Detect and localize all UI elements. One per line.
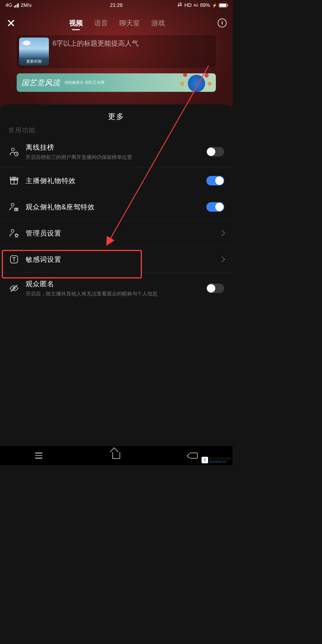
row-title: 主播侧礼物特效 (26, 176, 200, 185)
row-title: 观众侧礼物&座驾特效 (26, 202, 200, 212)
section-label: 常用功能 (0, 126, 233, 136)
close-icon[interactable] (6, 18, 16, 28)
nav-home-button[interactable] (104, 450, 128, 462)
eye-off-icon (8, 283, 20, 294)
toggle-offline-ranking[interactable] (206, 147, 224, 157)
row-title: 管理员设置 (26, 229, 214, 238)
watermark-badge: T (202, 457, 208, 463)
person-clock-icon (8, 146, 20, 157)
more-panel: 更多 常用功能 离线挂榜 开启后榜前三的用户离开直播间仍保留榜单位置 主播侧礼物… (0, 104, 233, 465)
row-title: 观众匿名 (26, 279, 200, 289)
chevron-right-icon (219, 256, 225, 262)
cover-thumbnail[interactable]: 更新封面 (19, 38, 49, 66)
row-title: 离线挂榜 (26, 143, 200, 152)
row-desc: 开启后，除主播外其他人将无法查看观众的昵称与个人信息 (26, 290, 200, 298)
panel-title: 更多 (0, 109, 233, 126)
svg-point-7 (11, 203, 14, 206)
row-admin-settings[interactable]: 管理员设置 (0, 220, 233, 247)
title-card: 更新封面 6字以上的标题更能提高人气 (17, 35, 216, 68)
tab-game[interactable]: 游戏 (151, 17, 165, 30)
hd-label: HD (184, 2, 192, 8)
net-4g-icon: 4G (193, 3, 198, 7)
network-speed: 2M/s (21, 2, 32, 8)
gift-icon (8, 175, 20, 186)
tab-video[interactable]: 视频 (69, 17, 83, 30)
battery-icon (219, 3, 227, 7)
svg-point-1 (12, 148, 14, 151)
title-placeholder[interactable]: 6字以上的标题更能提高人气 (52, 38, 139, 48)
promo-banner[interactable]: 国艺竞风流 传统焕新生 国艺正当潮 (17, 73, 216, 92)
watermark: T 泰尔妖游戏网 www.tairda.com (202, 457, 231, 463)
status-bar: 4G 2M/s 21:26 HD 4G 89% ⚡ (0, 0, 233, 11)
chevron-right-icon (219, 230, 225, 236)
network-label: 4G (5, 2, 12, 8)
banner-art (180, 73, 213, 92)
svg-point-9 (11, 230, 14, 232)
nav-recent-button[interactable] (27, 450, 51, 462)
battery-pct: 89% (200, 2, 210, 8)
charging-icon: ⚡ (212, 3, 217, 8)
status-time: 21:26 (110, 2, 123, 8)
banner-title: 国艺竞风流 (21, 78, 60, 88)
person-gift-icon (8, 201, 20, 213)
svg-point-10 (16, 234, 18, 237)
toggle-host-gift-effects[interactable] (206, 176, 224, 185)
toggle-audience-gift-effects[interactable] (206, 202, 224, 212)
mute-icon (177, 2, 182, 9)
svg-point-5 (10, 177, 11, 178)
person-gear-icon (8, 227, 20, 239)
row-sensitive-words[interactable]: 敏感词设置 (0, 247, 233, 273)
cover-label: 更新封面 (19, 58, 49, 66)
row-audience-anonymous[interactable]: 观众匿名 开启后，除主播外其他人将无法查看观众的昵称与个人信息 (0, 273, 233, 304)
row-audience-gift-effects[interactable]: 观众侧礼物&座驾特效 (0, 194, 233, 220)
row-offline-ranking[interactable]: 离线挂榜 开启后榜前三的用户离开直播间仍保留榜单位置 (0, 136, 233, 168)
text-box-icon (8, 254, 20, 265)
toggle-audience-anonymous[interactable] (206, 284, 224, 293)
tab-chatroom[interactable]: 聊天室 (119, 17, 140, 30)
tab-bar: 视频 语音 聊天室 游戏 (16, 17, 218, 30)
watermark-url: www.tairda.com (209, 461, 231, 463)
svg-point-6 (17, 178, 18, 178)
row-desc: 开启后榜前三的用户离开直播间仍保留榜单位置 (26, 154, 200, 161)
signal-icon (14, 3, 19, 7)
tab-audio[interactable]: 语音 (94, 17, 108, 30)
banner-subtitle: 传统焕新生 国艺正当潮 (64, 80, 104, 85)
row-title: 敏感词设置 (26, 255, 214, 264)
info-icon[interactable]: i (218, 18, 227, 27)
header: 视频 语音 聊天室 游戏 i (0, 13, 233, 33)
row-host-gift-effects[interactable]: 主播侧礼物特效 (0, 168, 233, 194)
system-navbar (0, 446, 233, 465)
